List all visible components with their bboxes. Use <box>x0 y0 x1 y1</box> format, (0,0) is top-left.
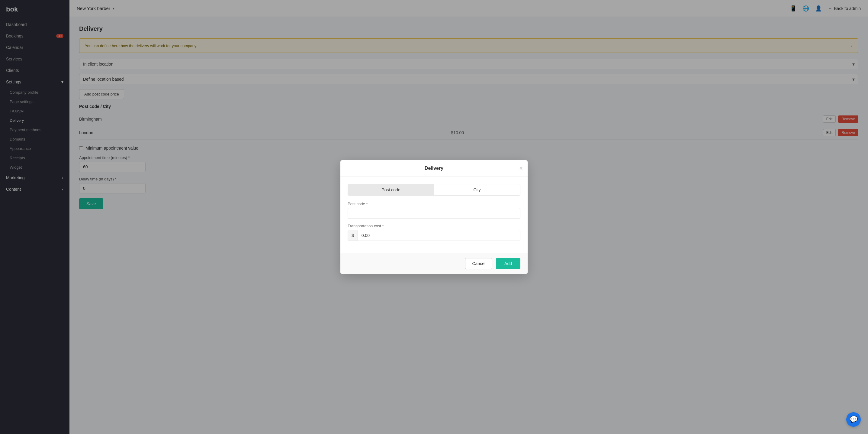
modal-close-button[interactable]: × <box>519 165 523 171</box>
chat-icon: 💬 <box>849 415 858 424</box>
modal-body: Post code City Post code * Transportatio… <box>340 177 528 253</box>
transport-cost-input-wrapper: $ <box>348 230 520 241</box>
modal-header: Delivery × <box>340 160 528 177</box>
transport-cost-label: Transportation cost * <box>348 224 520 228</box>
chat-bubble-button[interactable]: 💬 <box>846 412 861 427</box>
tab-switcher: Post code City <box>348 184 520 196</box>
cancel-button[interactable]: Cancel <box>465 258 492 269</box>
post-code-field-group: Post code * <box>348 202 520 219</box>
tab-post-code[interactable]: Post code <box>348 184 434 195</box>
post-code-label: Post code * <box>348 202 520 206</box>
modal-footer: Cancel Add <box>340 253 528 274</box>
tab-city[interactable]: City <box>434 184 520 195</box>
delivery-modal: Delivery × Post code City Post code * Tr… <box>340 160 528 274</box>
add-button[interactable]: Add <box>496 258 520 269</box>
post-code-input[interactable] <box>348 208 520 219</box>
currency-prefix: $ <box>348 230 358 240</box>
modal-title: Delivery <box>425 166 443 171</box>
transport-cost-input[interactable] <box>358 230 520 240</box>
transport-cost-field-group: Transportation cost * $ <box>348 224 520 241</box>
modal-overlay[interactable]: Delivery × Post code City Post code * Tr… <box>0 0 868 434</box>
